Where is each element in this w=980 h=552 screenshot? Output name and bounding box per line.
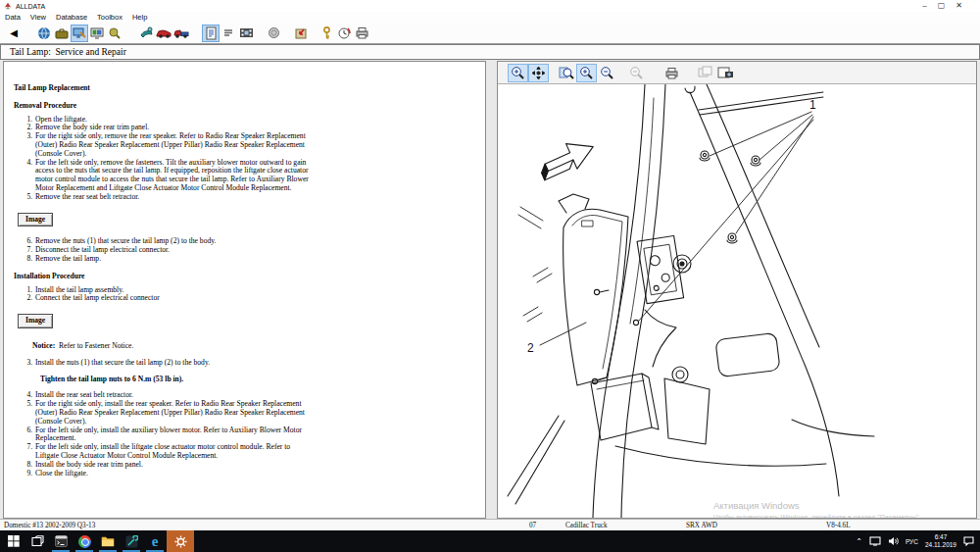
tray-chevron-up-icon[interactable]: ⌃ [856, 537, 862, 546]
volume-icon[interactable] [888, 536, 899, 546]
menu-view[interactable]: View [30, 13, 46, 22]
direction-arrow [535, 134, 599, 183]
menu-database[interactable]: Database [56, 13, 87, 22]
taskbar-edge[interactable]: e [143, 530, 167, 552]
command-prompt-icon [55, 535, 68, 547]
taskbar-chrome[interactable] [73, 530, 96, 552]
watermark-line-2: Чтобы активировать Windows, перейдите в … [713, 512, 920, 519]
installation-list-3: Install the rear seat belt retractor. Fo… [14, 391, 316, 477]
menu-help[interactable]: Help [132, 13, 147, 22]
menu-bar: Data View Database Toolbox Help [0, 12, 980, 23]
computer-image-icon[interactable] [88, 25, 106, 42]
menu-toolbox[interactable]: Toolbox [97, 13, 122, 22]
list-item: For the right side only, install the rea… [34, 400, 316, 426]
coin-icon[interactable] [265, 25, 282, 42]
window-titlebar: ALLDATA – ▢ ✕ [0, 0, 980, 12]
viewer-print-icon[interactable] [662, 64, 682, 82]
article-panel[interactable]: Tail Lamp Replacement Removal Procedure … [3, 61, 486, 519]
briefcase-icon[interactable] [53, 25, 71, 42]
task-view-button[interactable] [25, 530, 49, 552]
start-button[interactable] [2, 530, 25, 552]
car-red-icon[interactable] [155, 25, 172, 42]
image-button-2[interactable]: Image [18, 314, 53, 328]
notes-icon[interactable] [220, 25, 237, 42]
image-button-1[interactable]: Image [18, 213, 53, 227]
computer-wrench-icon[interactable] [71, 25, 88, 42]
hand-wash-icon[interactable] [137, 25, 155, 42]
main-toolbar: ◀ [0, 23, 980, 44]
notice-text: Refer to Fastener Notice. [55, 341, 133, 350]
film-icon[interactable] [237, 25, 255, 42]
installation-list: Install the tail lamp assembly. Connect … [14, 286, 316, 304]
installation-heading: Installation Procedure [14, 273, 316, 281]
settings-gear-icon [174, 535, 187, 548]
taskbar-file-explorer[interactable] [96, 530, 120, 552]
pan-icon[interactable] [528, 64, 549, 82]
tow-truck-icon[interactable] [172, 25, 190, 42]
zoom-out-icon[interactable] [597, 64, 617, 82]
magnify-plus-icon[interactable] [508, 64, 528, 82]
minimize-button[interactable]: – [922, 0, 926, 12]
file-explorer-icon [101, 535, 115, 547]
page-title: Tail Lamp: Service and Repair [0, 44, 980, 60]
taskbar-settings[interactable] [167, 530, 194, 552]
capture-icon[interactable] [715, 64, 736, 82]
tray-time: 6:47 [925, 533, 956, 541]
windows-logo-icon [8, 535, 20, 547]
maximize-button[interactable]: ▢ [938, 0, 946, 12]
taskbar-tool-app[interactable] [120, 530, 143, 552]
key-icon[interactable] [318, 25, 335, 42]
list-item: For the left side only, install the auxi… [34, 427, 316, 444]
status-coverage: Domestic #13 2002-2009 Q3-13 [4, 522, 95, 529]
list-item: For the left side only, remove the faste… [34, 159, 316, 193]
status-make: Cadillac Truck [565, 522, 608, 529]
history-clock-icon[interactable] [335, 25, 353, 42]
back-button[interactable]: ◀ [6, 27, 22, 38]
fastener-notice: Notice: Refer to Fastener Notice. [32, 342, 316, 351]
window-title: ALLDATA [16, 3, 45, 10]
removal-heading: Removal Procedure [14, 102, 316, 111]
removal-list-2: Remove the nuts (1) that secure the tail… [14, 237, 316, 263]
status-model: SRX AWD [686, 522, 717, 529]
status-code: 07 [529, 522, 536, 529]
tail-lamp-diagram: 1 2 [498, 84, 976, 518]
language-indicator[interactable]: РУС [906, 538, 918, 545]
menu-data[interactable]: Data [5, 13, 21, 22]
article-heading: Tail Lamp Replacement [14, 84, 316, 93]
document-icon[interactable] [202, 25, 220, 42]
torque-spec: Tighten the tail lamp nuts to 6 N.m (53 … [40, 376, 316, 384]
taskbar-command-prompt[interactable] [49, 530, 73, 552]
list-item: Close the liftgate. [34, 470, 316, 478]
removal-list: Open the liftgate. Remove the body side … [14, 116, 316, 202]
diagram-canvas[interactable]: 1 2 Активация Windows Чтобы активировать… [498, 84, 976, 518]
list-item: For the left side only, install the lift… [34, 443, 316, 461]
bell-icon[interactable] [106, 25, 123, 42]
callout-1-label: 1 [809, 98, 816, 112]
windows-activation-watermark: Активация Windows Чтобы активировать Win… [713, 500, 920, 519]
watermark-line-1: Активация Windows [713, 500, 920, 512]
alldata-logo-icon [4, 2, 12, 10]
list-item: Install the nuts (1) that secure the tai… [34, 359, 316, 368]
installation-list-2: Install the nuts (1) that secure the tai… [14, 359, 316, 368]
world-icon[interactable] [35, 25, 53, 42]
close-button[interactable]: ✕ [956, 0, 962, 12]
zoom-reset-icon[interactable] [626, 64, 647, 82]
zoom-in-icon[interactable] [576, 64, 597, 82]
inbox-red-arrow-icon[interactable] [292, 25, 310, 42]
tray-clock[interactable]: 6:47 24.11.2019 [925, 533, 956, 549]
windows-taskbar: e ⌃ РУС 6:47 24.11.2019 [0, 530, 980, 552]
printer-icon[interactable] [353, 25, 370, 42]
status-bar: Domestic #13 2002-2009 Q3-13 07 Cadillac… [0, 519, 980, 530]
frames-icon[interactable] [695, 64, 715, 82]
tray-date: 24.11.2019 [925, 541, 956, 549]
callout-2-label: 2 [527, 341, 534, 355]
tool-app-icon [125, 535, 138, 548]
action-center-icon[interactable] [963, 536, 974, 546]
network-icon[interactable] [869, 536, 881, 546]
list-item: Remove the rear seat belt retractor. [34, 193, 316, 202]
chrome-icon [78, 535, 91, 548]
magnify-page-icon[interactable] [556, 64, 576, 82]
status-engine: V8-4.6L [826, 522, 851, 529]
task-view-icon [31, 535, 44, 547]
viewer-toolbar [498, 62, 976, 84]
